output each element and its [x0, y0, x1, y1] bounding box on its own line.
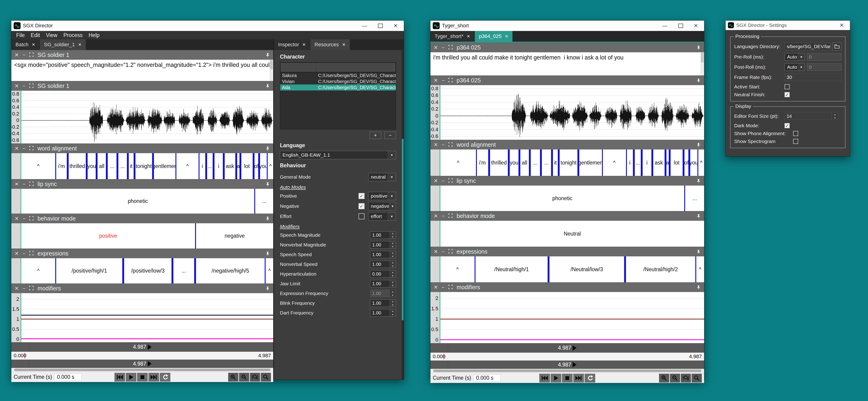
- panel-close-icon[interactable]: ✕: [434, 178, 438, 183]
- modifier-curve[interactable]: [440, 339, 704, 340]
- zoom-out-button[interactable]: [670, 374, 680, 382]
- segment[interactable]: a: [236, 153, 240, 179]
- loop-button[interactable]: [585, 374, 595, 382]
- segment[interactable]: /Neutral/low/3: [549, 256, 625, 282]
- close-icon[interactable]: ✕: [840, 22, 844, 28]
- tab-p364-025[interactable]: p364_025 ✕: [475, 31, 513, 41]
- segment[interactable]: lot: [240, 153, 254, 179]
- panel-close-icon[interactable]: ✕: [14, 251, 19, 256]
- segment[interactable]: /negative/high/5: [195, 258, 266, 283]
- segment[interactable]: ^: [266, 258, 273, 283]
- tab-sg-soldier-1[interactable]: SG_soldier_1 ✕: [40, 39, 86, 50]
- play-button[interactable]: [126, 373, 136, 381]
- zoom-in-button[interactable]: [228, 373, 238, 381]
- postroll-mode-dropdown[interactable]: Auto ▼: [784, 63, 805, 71]
- active-start-checkbox[interactable]: [784, 84, 789, 89]
- show-phone-alignment-checkbox[interactable]: [793, 131, 798, 136]
- skip-end-button[interactable]: [148, 373, 159, 381]
- segment[interactable]: i: [642, 149, 652, 176]
- panel-minimize-icon[interactable]: −: [441, 213, 444, 219]
- play-button[interactable]: [551, 374, 561, 382]
- pin-icon[interactable]: [696, 78, 701, 83]
- time-ruler[interactable]: 0.000 4.987: [430, 353, 704, 361]
- modifier-curve[interactable]: [440, 319, 704, 319]
- panel-expand-icon[interactable]: [29, 216, 34, 222]
- modifier-curve[interactable]: [21, 319, 273, 319]
- segment[interactable]: ...: [173, 258, 195, 283]
- selection-span-top[interactable]: 4.987: [430, 343, 704, 353]
- character-row[interactable]: VivianC:/Users/berge/SG_DEV/SG_Characte.…: [280, 79, 396, 84]
- panel-expand-icon[interactable]: [448, 249, 453, 255]
- general-mode-dropdown[interactable]: neutral ▼: [368, 173, 396, 181]
- text-scrollbar[interactable]: [701, 52, 704, 76]
- maximize-icon[interactable]: [378, 24, 383, 28]
- panel-close-icon[interactable]: ✕: [14, 53, 19, 58]
- panel-close-icon[interactable]: ✕: [14, 216, 19, 221]
- panel-expand-icon[interactable]: [448, 213, 453, 219]
- panel-expand-icon[interactable]: [29, 251, 34, 256]
- selection-span-bottom[interactable]: 4.987: [11, 360, 273, 368]
- segment[interactable]: /Neutral/high/2: [625, 256, 696, 282]
- pin-icon[interactable]: [266, 146, 270, 151]
- menu-view[interactable]: View: [43, 32, 60, 39]
- panel-minimize-icon[interactable]: −: [441, 78, 444, 83]
- panel-minimize-icon[interactable]: −: [441, 45, 444, 50]
- modifier-curve[interactable]: [21, 315, 273, 316]
- panel-expand-icon[interactable]: [29, 146, 34, 151]
- zoom-in-button[interactable]: [659, 374, 669, 382]
- postroll-value-field[interactable]: 0: [807, 63, 841, 71]
- pin-icon[interactable]: [696, 250, 701, 254]
- segment[interactable]: ask: [652, 149, 665, 176]
- pin-icon[interactable]: [266, 216, 270, 221]
- negative-checkbox[interactable]: ✓: [359, 203, 365, 209]
- spin-down-icon[interactable]: ▼: [832, 116, 838, 120]
- panel-close-icon[interactable]: ✕: [434, 249, 438, 254]
- segment[interactable]: ...: [117, 153, 128, 179]
- titlebar[interactable]: SGX Director - Settings ✕: [725, 21, 850, 30]
- panel-close-icon[interactable]: ✕: [14, 84, 19, 89]
- inspector-scrollbar[interactable]: [402, 50, 404, 379]
- segment[interactable]: phonetic: [21, 189, 254, 213]
- segment[interactable]: gentlemen: [578, 149, 603, 176]
- segment[interactable]: you: [509, 149, 519, 176]
- negative-dropdown[interactable]: negative▼: [368, 202, 396, 210]
- segment[interactable]: negative: [195, 223, 273, 249]
- modifier-curve[interactable]: [21, 338, 273, 339]
- segment[interactable]: you: [689, 149, 698, 176]
- language-dropdown[interactable]: English_GB-EAW_1.1 ▼: [280, 151, 396, 159]
- panel-minimize-icon[interactable]: −: [441, 285, 444, 290]
- waveform-canvas[interactable]: [21, 91, 273, 143]
- tab-close-icon[interactable]: ✕: [505, 34, 508, 39]
- panel-expand-icon[interactable]: [29, 83, 34, 89]
- menu-edit[interactable]: Edit: [28, 32, 43, 39]
- segment[interactable]: ...: [684, 185, 704, 211]
- segment[interactable]: ...: [254, 189, 273, 213]
- panel-expand-icon[interactable]: [448, 78, 453, 83]
- tab-resources[interactable]: Resources ✕: [310, 39, 350, 50]
- segment[interactable]: ^: [440, 256, 474, 282]
- panel-expand-icon[interactable]: [448, 142, 453, 148]
- pin-icon[interactable]: [696, 45, 701, 50]
- segment[interactable]: a: [665, 149, 670, 176]
- panel-minimize-icon[interactable]: −: [23, 216, 25, 221]
- playhead-cursor[interactable]: [25, 353, 25, 359]
- modifier-spinner[interactable]: 1.00▲▼: [370, 261, 396, 268]
- tab-close-icon[interactable]: ✕: [342, 42, 346, 47]
- segment[interactable]: tonight: [134, 153, 153, 179]
- panel-expand-icon[interactable]: [29, 286, 34, 291]
- effort-checkbox[interactable]: [359, 213, 365, 219]
- pin-icon[interactable]: [696, 214, 701, 219]
- character-table[interactable]: SakuraC:/Users/berge/SG_DEV/SG_Characte.…: [280, 62, 396, 130]
- modifier-spinner[interactable]: 1.00▲▼: [370, 309, 396, 317]
- preroll-mode-dropdown[interactable]: Auto ▼: [784, 53, 805, 61]
- segment[interactable]: lot: [670, 149, 684, 176]
- close-icon[interactable]: ✕: [694, 23, 698, 29]
- minimize-icon[interactable]: —: [662, 23, 668, 29]
- panel-close-icon[interactable]: ✕: [434, 45, 438, 50]
- skip-start-button[interactable]: [115, 373, 125, 381]
- selection-span-top[interactable]: 4.987: [11, 342, 273, 352]
- zoom-fit-button[interactable]: [261, 373, 271, 381]
- tab-close-icon[interactable]: ✕: [467, 34, 470, 39]
- panel-minimize-icon[interactable]: −: [23, 146, 25, 151]
- segment[interactable]: tonight: [559, 149, 578, 176]
